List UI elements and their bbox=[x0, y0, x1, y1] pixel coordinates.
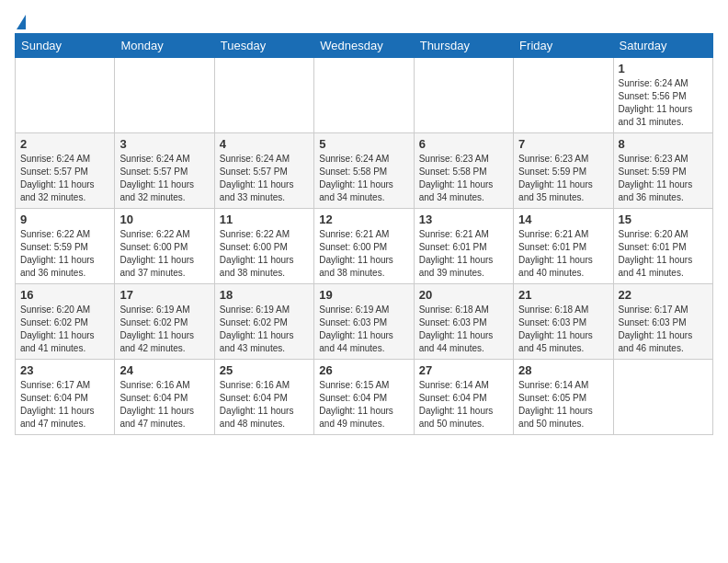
day-number: 1 bbox=[619, 62, 708, 75]
day-info: Sunrise: 6:18 AM Sunset: 6:03 PM Dayligh… bbox=[518, 304, 608, 355]
day-number: 25 bbox=[220, 363, 309, 377]
calendar-cell: 13Sunrise: 6:21 AM Sunset: 6:01 PM Dayli… bbox=[414, 209, 513, 284]
calendar-cell: 28Sunrise: 6:14 AM Sunset: 6:05 PM Dayli… bbox=[514, 360, 613, 435]
day-number: 17 bbox=[119, 288, 209, 302]
day-info: Sunrise: 6:19 AM Sunset: 6:03 PM Dayligh… bbox=[319, 304, 408, 355]
logo-triangle-icon bbox=[17, 15, 26, 29]
day-number: 4 bbox=[220, 137, 309, 151]
calendar-header-wednesday: Wednesday bbox=[314, 34, 414, 58]
day-info: Sunrise: 6:14 AM Sunset: 6:05 PM Dayligh… bbox=[518, 379, 608, 431]
day-info: Sunrise: 6:24 AM Sunset: 5:57 PM Dayligh… bbox=[119, 153, 209, 204]
header bbox=[15, 15, 713, 29]
calendar-cell: 17Sunrise: 6:19 AM Sunset: 6:02 PM Dayli… bbox=[115, 284, 214, 360]
day-number: 3 bbox=[119, 137, 209, 151]
day-number: 14 bbox=[518, 213, 608, 226]
calendar-cell: 21Sunrise: 6:18 AM Sunset: 6:03 PM Dayli… bbox=[514, 284, 613, 360]
day-number: 27 bbox=[419, 363, 508, 377]
day-info: Sunrise: 6:22 AM Sunset: 5:59 PM Dayligh… bbox=[20, 228, 109, 280]
day-info: Sunrise: 6:22 AM Sunset: 6:00 PM Dayligh… bbox=[220, 228, 309, 280]
calendar-header-saturday: Saturday bbox=[613, 34, 712, 58]
calendar-cell: 18Sunrise: 6:19 AM Sunset: 6:02 PM Dayli… bbox=[214, 284, 313, 360]
day-info: Sunrise: 6:23 AM Sunset: 5:58 PM Dayligh… bbox=[419, 153, 508, 204]
day-info: Sunrise: 6:23 AM Sunset: 5:59 PM Dayligh… bbox=[518, 153, 608, 204]
day-info: Sunrise: 6:18 AM Sunset: 6:03 PM Dayligh… bbox=[419, 304, 508, 355]
calendar-cell: 12Sunrise: 6:21 AM Sunset: 6:00 PM Dayli… bbox=[314, 209, 414, 284]
day-info: Sunrise: 6:19 AM Sunset: 6:02 PM Dayligh… bbox=[220, 304, 309, 355]
day-info: Sunrise: 6:24 AM Sunset: 5:57 PM Dayligh… bbox=[20, 153, 109, 204]
calendar-cell bbox=[314, 58, 414, 133]
day-number: 6 bbox=[419, 137, 508, 151]
day-number: 21 bbox=[518, 288, 608, 302]
calendar-cell: 19Sunrise: 6:19 AM Sunset: 6:03 PM Dayli… bbox=[314, 284, 414, 360]
calendar-cell: 9Sunrise: 6:22 AM Sunset: 5:59 PM Daylig… bbox=[16, 209, 115, 284]
calendar-cell bbox=[514, 58, 613, 133]
calendar-header-monday: Monday bbox=[115, 34, 214, 58]
calendar-cell: 25Sunrise: 6:16 AM Sunset: 6:04 PM Dayli… bbox=[214, 360, 313, 435]
calendar-week-2: 2Sunrise: 6:24 AM Sunset: 5:57 PM Daylig… bbox=[16, 133, 713, 209]
day-number: 12 bbox=[319, 213, 408, 226]
day-info: Sunrise: 6:24 AM Sunset: 5:57 PM Dayligh… bbox=[220, 153, 309, 204]
calendar-cell: 23Sunrise: 6:17 AM Sunset: 6:04 PM Dayli… bbox=[16, 360, 115, 435]
day-info: Sunrise: 6:15 AM Sunset: 6:04 PM Dayligh… bbox=[319, 379, 408, 431]
calendar-header-row: SundayMondayTuesdayWednesdayThursdayFrid… bbox=[16, 34, 713, 58]
calendar-cell: 15Sunrise: 6:20 AM Sunset: 6:01 PM Dayli… bbox=[613, 209, 712, 284]
day-number: 7 bbox=[518, 137, 608, 151]
calendar-body: 1Sunrise: 6:24 AM Sunset: 5:56 PM Daylig… bbox=[16, 58, 713, 435]
day-number: 15 bbox=[619, 213, 708, 226]
calendar-cell bbox=[414, 58, 513, 133]
day-number: 19 bbox=[319, 288, 408, 302]
calendar-header-sunday: Sunday bbox=[16, 34, 115, 58]
day-number: 16 bbox=[20, 288, 109, 302]
calendar-cell bbox=[115, 58, 214, 133]
calendar-cell: 6Sunrise: 6:23 AM Sunset: 5:58 PM Daylig… bbox=[414, 133, 513, 209]
calendar-cell: 5Sunrise: 6:24 AM Sunset: 5:58 PM Daylig… bbox=[314, 133, 414, 209]
calendar-cell: 11Sunrise: 6:22 AM Sunset: 6:00 PM Dayli… bbox=[214, 209, 313, 284]
calendar-week-5: 23Sunrise: 6:17 AM Sunset: 6:04 PM Dayli… bbox=[16, 360, 713, 435]
day-number: 28 bbox=[518, 363, 608, 377]
calendar-header-thursday: Thursday bbox=[414, 34, 513, 58]
day-info: Sunrise: 6:19 AM Sunset: 6:02 PM Dayligh… bbox=[119, 304, 209, 355]
calendar-header-tuesday: Tuesday bbox=[214, 34, 313, 58]
calendar-cell bbox=[16, 58, 115, 133]
day-number: 9 bbox=[20, 213, 109, 226]
day-info: Sunrise: 6:24 AM Sunset: 5:58 PM Dayligh… bbox=[319, 153, 408, 204]
calendar-cell: 8Sunrise: 6:23 AM Sunset: 5:59 PM Daylig… bbox=[613, 133, 712, 209]
day-info: Sunrise: 6:24 AM Sunset: 5:56 PM Dayligh… bbox=[619, 77, 708, 129]
day-number: 8 bbox=[619, 137, 708, 151]
day-number: 5 bbox=[319, 137, 408, 151]
calendar-cell: 14Sunrise: 6:21 AM Sunset: 6:01 PM Dayli… bbox=[514, 209, 613, 284]
calendar-cell: 20Sunrise: 6:18 AM Sunset: 6:03 PM Dayli… bbox=[414, 284, 513, 360]
calendar-week-3: 9Sunrise: 6:22 AM Sunset: 5:59 PM Daylig… bbox=[16, 209, 713, 284]
calendar-cell: 7Sunrise: 6:23 AM Sunset: 5:59 PM Daylig… bbox=[514, 133, 613, 209]
calendar-cell: 2Sunrise: 6:24 AM Sunset: 5:57 PM Daylig… bbox=[16, 133, 115, 209]
day-number: 20 bbox=[419, 288, 508, 302]
calendar-cell: 10Sunrise: 6:22 AM Sunset: 6:00 PM Dayli… bbox=[115, 209, 214, 284]
calendar-cell: 22Sunrise: 6:17 AM Sunset: 6:03 PM Dayli… bbox=[613, 284, 712, 360]
calendar-cell: 16Sunrise: 6:20 AM Sunset: 6:02 PM Dayli… bbox=[16, 284, 115, 360]
day-info: Sunrise: 6:23 AM Sunset: 5:59 PM Dayligh… bbox=[619, 153, 708, 204]
calendar-cell: 3Sunrise: 6:24 AM Sunset: 5:57 PM Daylig… bbox=[115, 133, 214, 209]
calendar-table: SundayMondayTuesdayWednesdayThursdayFrid… bbox=[15, 33, 713, 435]
day-info: Sunrise: 6:20 AM Sunset: 6:02 PM Dayligh… bbox=[20, 304, 109, 355]
calendar-cell: 26Sunrise: 6:15 AM Sunset: 6:04 PM Dayli… bbox=[314, 360, 414, 435]
day-info: Sunrise: 6:21 AM Sunset: 6:01 PM Dayligh… bbox=[419, 228, 508, 280]
day-info: Sunrise: 6:22 AM Sunset: 6:00 PM Dayligh… bbox=[119, 228, 209, 280]
calendar-week-1: 1Sunrise: 6:24 AM Sunset: 5:56 PM Daylig… bbox=[16, 58, 713, 133]
day-number: 13 bbox=[419, 213, 508, 226]
calendar-cell: 4Sunrise: 6:24 AM Sunset: 5:57 PM Daylig… bbox=[214, 133, 313, 209]
day-number: 24 bbox=[119, 363, 209, 377]
calendar-cell bbox=[613, 360, 712, 435]
day-number: 11 bbox=[220, 213, 309, 226]
calendar-cell: 27Sunrise: 6:14 AM Sunset: 6:04 PM Dayli… bbox=[414, 360, 513, 435]
day-number: 10 bbox=[119, 213, 209, 226]
day-number: 26 bbox=[319, 363, 408, 377]
day-info: Sunrise: 6:14 AM Sunset: 6:04 PM Dayligh… bbox=[419, 379, 508, 431]
calendar-cell: 1Sunrise: 6:24 AM Sunset: 5:56 PM Daylig… bbox=[613, 58, 712, 133]
logo bbox=[15, 15, 26, 29]
day-info: Sunrise: 6:17 AM Sunset: 6:03 PM Dayligh… bbox=[619, 304, 708, 355]
day-number: 23 bbox=[20, 363, 109, 377]
day-info: Sunrise: 6:17 AM Sunset: 6:04 PM Dayligh… bbox=[20, 379, 109, 431]
day-number: 2 bbox=[20, 137, 109, 151]
day-number: 18 bbox=[220, 288, 309, 302]
calendar-cell: 24Sunrise: 6:16 AM Sunset: 6:04 PM Dayli… bbox=[115, 360, 214, 435]
